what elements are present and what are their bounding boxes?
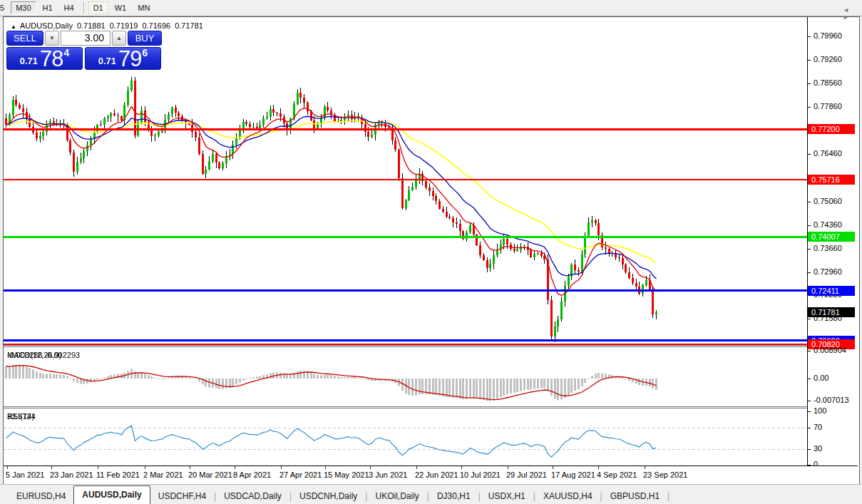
- sell-button[interactable]: SELL: [6, 31, 43, 46]
- level-price-tag[interactable]: 0.74007: [808, 232, 855, 242]
- axis-tick-mark: [808, 351, 811, 351]
- date-tick-mark: [190, 466, 190, 469]
- tab-separator: |: [667, 489, 669, 504]
- buy-button[interactable]: BUY: [128, 31, 162, 46]
- chart-tab-ukoil-daily[interactable]: UKOil,Daily: [367, 489, 426, 504]
- price-axis-label: 0.77860: [814, 102, 842, 110]
- timeframe-m5-button[interactable]: 5: [0, 1, 9, 14]
- axis-tick-mark: [808, 411, 811, 412]
- tab-scroll-right-icon[interactable]: ►: [843, 14, 856, 21]
- timeframe-h1-button[interactable]: H1: [38, 1, 58, 14]
- axis-tick-mark: [808, 249, 811, 250]
- macd-panel-canvas[interactable]: [4, 347, 807, 406]
- date-tick-mark: [51, 466, 52, 469]
- date-tick-mark: [281, 466, 282, 469]
- collapse-arrow-icon[interactable]: ▲: [11, 24, 16, 30]
- level-price-tag[interactable]: 0.72411: [808, 286, 855, 296]
- level-price-tag[interactable]: 0.75716: [808, 175, 855, 185]
- macd-axis-label: -0.007013: [814, 396, 849, 404]
- date-tick-mark: [553, 466, 553, 469]
- rsi-axis-label: 100: [814, 406, 826, 415]
- sell-price-prefix: 0.71: [20, 56, 38, 66]
- price-axis: 0.799600.792600.785600.778600.764600.750…: [808, 17, 858, 466]
- date-tick-mark: [235, 466, 235, 469]
- axis-tick-mark: [808, 465, 811, 466]
- tab-scroll-left-icon[interactable]: ◄: [843, 6, 856, 14]
- date-axis-label: 23 Jan 2021: [50, 470, 93, 479]
- date-axis-label: 17 Aug 2021: [551, 470, 595, 479]
- chart-tab-usdcad-daily[interactable]: USDCAD,Daily: [216, 489, 289, 504]
- buy-price-big: 79: [118, 48, 141, 69]
- date-axis-label: 29 Jul 2021: [506, 470, 547, 479]
- axis-tick-mark: [808, 379, 811, 379]
- date-axis-label: 27 Apr 2021: [279, 470, 322, 479]
- rsi-panel-canvas[interactable]: [4, 408, 807, 466]
- volume-increase-button[interactable]: ▲: [112, 31, 126, 46]
- sell-price-display[interactable]: 0.71 78 4: [6, 47, 83, 70]
- chart-tab-audusd-daily[interactable]: AUDUSD,Daily: [73, 485, 150, 504]
- date-tick-mark: [325, 466, 326, 469]
- open-value: 0.71881: [77, 21, 106, 30]
- axis-tick-mark: [808, 319, 811, 319]
- price-axis-label: 0.72960: [814, 267, 842, 276]
- date-tick-mark: [461, 466, 462, 469]
- axis-tick-mark: [808, 272, 811, 273]
- chart-title: ▲AUDUSD,Daily0.718810.719190.716960.7178…: [11, 21, 203, 30]
- date-axis-label: 8 Apr 2021: [233, 470, 271, 479]
- date-axis: 5 Jan 202123 Jan 202111 Feb 20212 Mar 20…: [4, 466, 858, 483]
- low-value: 0.71696: [142, 21, 170, 30]
- timeframe-h4-button[interactable]: H4: [59, 1, 79, 14]
- timeframe-d1-button[interactable]: D1: [88, 1, 108, 14]
- date-tick-mark: [7, 466, 8, 469]
- buy-price-prefix: 0.71: [98, 56, 116, 66]
- date-tick-mark: [98, 466, 98, 469]
- sell-price-big: 78: [40, 48, 63, 69]
- level-price-tag[interactable]: 0.77200: [808, 124, 855, 134]
- tab-scroll-arrows: ◄►: [843, 6, 856, 21]
- close-value: 0.71781: [175, 21, 203, 30]
- date-axis-label: 4 Sep 2021: [597, 470, 637, 479]
- timeframe-m30-button[interactable]: M30: [11, 1, 36, 14]
- symbol-period-label: AUDUSD,Daily: [20, 21, 73, 30]
- axis-tick-mark: [808, 428, 811, 428]
- buy-price-display[interactable]: 0.71 79 6: [85, 47, 161, 70]
- price-axis-label: 0.79260: [814, 55, 842, 63]
- timeframe-mn-button[interactable]: MN: [133, 1, 155, 14]
- rsi-axis-label: 30: [814, 444, 822, 453]
- buy-price-pip: 6: [143, 47, 148, 58]
- date-axis-label: 5 Jan 2021: [6, 470, 44, 479]
- axis-tick-mark: [808, 449, 811, 450]
- date-axis-label: 3 Jun 2021: [369, 470, 407, 479]
- chart-tab-bar: EURUSD,H4AUDUSD,DailyUSDCHF,H4|USDCAD,Da…: [0, 484, 862, 504]
- date-axis-label: 11 Feb 2021: [96, 470, 140, 479]
- price-axis-label: 0.75060: [814, 197, 842, 205]
- volume-input[interactable]: 3.00: [61, 31, 111, 46]
- macd-axis-label: 0.00: [814, 374, 828, 382]
- chart-tab-usdcnh-daily[interactable]: USDCNH,Daily: [292, 489, 365, 504]
- chart-tab-gbpusd-h1[interactable]: GBPUSD,H1: [602, 489, 667, 504]
- price-axis-label: 0.78560: [814, 78, 842, 87]
- price-axis-label: 0.76460: [814, 149, 842, 158]
- chart-tab-xauusd-h4[interactable]: XAUUSD,H4: [535, 489, 600, 504]
- toolbar-separator: [83, 2, 84, 14]
- axis-tick-mark: [808, 107, 811, 108]
- volume-decrease-button[interactable]: ▼: [45, 31, 59, 46]
- chart-window: ▲AUDUSD,Daily0.718810.719190.716960.7178…: [3, 16, 860, 485]
- price-axis-label: 0.73660: [814, 244, 842, 252]
- timeframe-w1-button[interactable]: W1: [110, 1, 132, 14]
- date-axis-label: 15 May 2021: [324, 470, 369, 479]
- date-tick-mark: [598, 466, 599, 469]
- axis-tick-mark: [808, 202, 811, 202]
- axis-tick-mark: [808, 83, 811, 84]
- timeframe-toolbar: 5 M30 H1 H4 D1 W1 MN: [0, 0, 862, 16]
- chart-tab-eurusd-h4[interactable]: EURUSD,H4: [9, 489, 73, 504]
- axis-tick-mark: [808, 60, 811, 61]
- macd-axis-label: 0.008904: [814, 346, 846, 354]
- axis-tick-mark: [808, 154, 811, 155]
- high-value: 0.71919: [110, 21, 138, 30]
- chart-tab-usdx-h1[interactable]: USDX,H1: [481, 489, 533, 504]
- sell-price-pip: 4: [64, 47, 70, 58]
- chart-tab-dj30-h1[interactable]: DJ30,H1: [429, 489, 478, 504]
- axis-tick-mark: [808, 401, 811, 401]
- chart-tab-usdchf-h4[interactable]: USDCHF,H4: [150, 489, 214, 504]
